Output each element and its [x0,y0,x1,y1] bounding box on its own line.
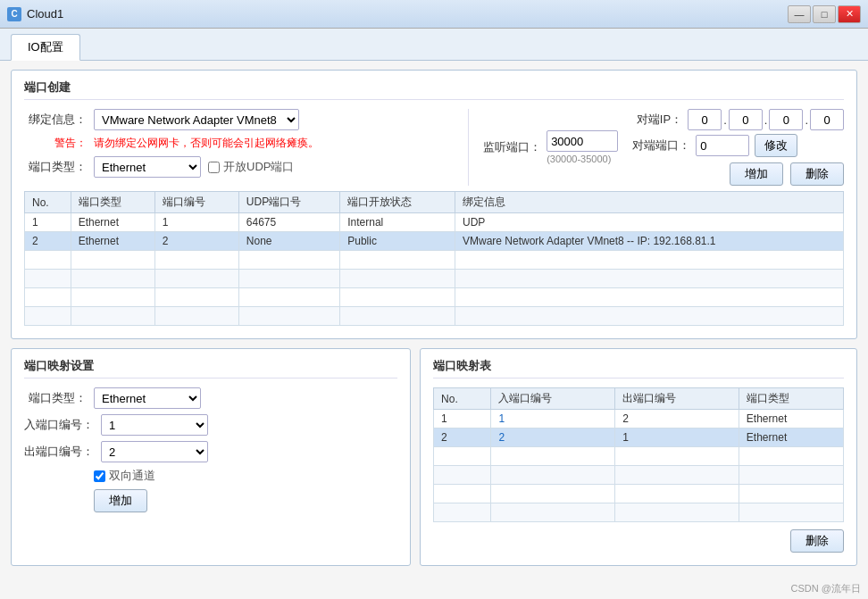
mapping-table-row-empty [434,466,844,485]
out-port-row: 出端口编号： 1 2 [24,441,397,462]
cell-binding: VMware Network Adapter VMnet8 -- IP: 192… [455,232,844,251]
ip-octet-3[interactable] [769,109,803,130]
port-mapping-table-section: 端口映射表 No. 入端口编号 出端口编号 端口类型 1 1 2 Etherne… [420,348,857,566]
ip-octet-4[interactable] [810,109,844,130]
out-port-select[interactable]: 1 2 [101,441,208,462]
col-no: No. [25,192,71,213]
remote-port-input[interactable] [696,135,749,156]
mcell-out: 1 [615,428,739,447]
remote-port-label: 对端端口： [632,137,690,154]
port-table-row[interactable]: 2 Ethernet 2 None Public VMware Network … [25,232,844,251]
tab-bar: IO配置 [0,29,868,61]
map-port-type-row: 端口类型： Ethernet Serial [24,387,397,409]
in-port-row: 入端口编号： 1 2 [24,414,397,436]
in-port-select[interactable]: 1 2 [101,414,208,436]
port-mapping-section: 端口映射设置 端口类型： Ethernet Serial 入端口编号： 1 2 … [11,348,411,566]
delete-port-button[interactable]: 删除 [790,162,844,186]
mapping-table-header: No. 入端口编号 出端口编号 端口类型 [434,388,844,410]
port-creation-section: 端口创建 绑定信息： VMware Network Adapter VMnet8… [11,70,857,339]
cell-udp: 64675 [238,213,339,232]
port-table-row-empty [25,307,844,326]
mapping-table-row[interactable]: 1 1 2 Ethernet [434,410,844,428]
binding-label: 绑定信息： [24,112,87,128]
binding-select[interactable]: VMware Network Adapter VMnet8 -- IP: 192… [94,109,299,130]
window-controls: — □ ✕ [788,5,861,23]
map-add-row: 增加 [24,489,397,512]
col-num: 端口编号 [154,192,238,213]
cell-udp: None [238,232,339,251]
mapping-table-row[interactable]: 2 2 1 Ethernet [434,428,844,447]
cell-no: 2 [25,232,71,251]
mcol-no: No. [434,388,491,410]
listen-port-row: 监听端口： (30000-35000) 对端IP： . [483,109,844,186]
cell-no: 1 [25,213,71,232]
mcell-type: Ethernet [739,410,843,428]
mapping-table-row-empty [434,447,844,466]
app-icon: C [7,7,21,21]
tab-io-config[interactable]: IO配置 [11,34,80,61]
cell-type: Ethernet [71,213,154,232]
mcell-in: 2 [491,428,615,447]
port-table-header: No. 端口类型 端口编号 UDP端口号 端口开放状态 绑定信息 [25,192,844,213]
mapping-table: No. 入端口编号 出端口编号 端口类型 1 1 2 Ethernet 2 2 … [433,387,844,522]
mcell-in: 1 [491,410,615,428]
col-status: 端口开放状态 [340,192,455,213]
port-type-select[interactable]: Ethernet Serial [94,156,201,178]
port-table-row[interactable]: 1 Ethernet 1 64675 Internal UDP [25,213,844,232]
minimize-button[interactable]: — [788,5,811,23]
cell-binding: UDP [455,213,844,232]
add-port-button[interactable]: 增加 [730,162,783,186]
port-table-row-empty [25,270,844,288]
ip-octet-1[interactable] [688,109,722,130]
window-title: Cloud1 [27,7,63,21]
map-port-type-select[interactable]: Ethernet Serial [94,387,201,409]
map-add-button[interactable]: 增加 [94,489,147,512]
cell-num: 1 [154,213,238,232]
warning-row: 警告： 请勿绑定公网网卡，否则可能会引起网络瘫痪。 [24,136,459,151]
modify-button[interactable]: 修改 [755,134,797,157]
col-udp: UDP端口号 [238,192,339,213]
mcol-type: 端口类型 [739,388,843,410]
mcell-no: 2 [434,428,491,447]
out-port-label: 出端口编号： [24,444,94,460]
col-binding: 绑定信息 [455,192,844,213]
bidirectional-checkbox[interactable] [94,470,105,482]
bidirectional-label[interactable]: 双向通道 [94,468,155,484]
remote-ip-label: 对端IP： [632,112,682,128]
mcell-out: 2 [615,410,739,428]
col-type: 端口类型 [71,192,154,213]
mcell-no: 1 [434,410,491,428]
warning-prefix-label: 警告： [24,136,87,151]
port-table-row-empty [25,251,844,270]
mcol-in: 入端口编号 [491,388,615,410]
bidirectional-row: 双向通道 [24,468,397,484]
in-port-label: 入端口编号： [24,417,94,433]
map-delete-button[interactable]: 删除 [790,529,844,553]
port-type-label: 端口类型： [24,159,87,175]
cell-status: Public [340,232,455,251]
port-table: No. 端口类型 端口编号 UDP端口号 端口开放状态 绑定信息 1 Ether… [24,191,844,326]
cell-type: Ethernet [71,232,154,251]
listen-port-input[interactable] [547,130,618,152]
close-button[interactable]: ✕ [838,5,861,23]
port-mapping-title: 端口映射设置 [24,358,397,379]
mapping-table-row-empty [434,503,844,522]
port-creation-title: 端口创建 [24,79,844,100]
title-bar: C Cloud1 — □ ✕ [0,0,868,29]
port-mapping-table-title: 端口映射表 [433,358,844,379]
ip-octet-2[interactable] [729,109,763,130]
mcol-out: 出端口编号 [615,388,739,410]
port-table-row-empty [25,288,844,307]
maximize-button[interactable]: □ [813,5,836,23]
mcell-type: Ethernet [739,428,843,447]
mapping-table-row-empty [434,485,844,503]
udp-checkbox[interactable] [208,162,220,173]
map-port-type-label: 端口类型： [24,390,87,406]
main-content: 端口创建 绑定信息： VMware Network Adapter VMnet8… [0,61,868,599]
watermark: CSDN @流年日 [791,582,861,595]
suggest-text: (30000-35000) [547,154,618,164]
cell-num: 2 [154,232,238,251]
binding-row: 绑定信息： VMware Network Adapter VMnet8 -- I… [24,109,459,130]
listen-port-label: 监听端口： [483,139,541,155]
udp-checkbox-label[interactable]: 开放UDP端口 [208,159,294,175]
